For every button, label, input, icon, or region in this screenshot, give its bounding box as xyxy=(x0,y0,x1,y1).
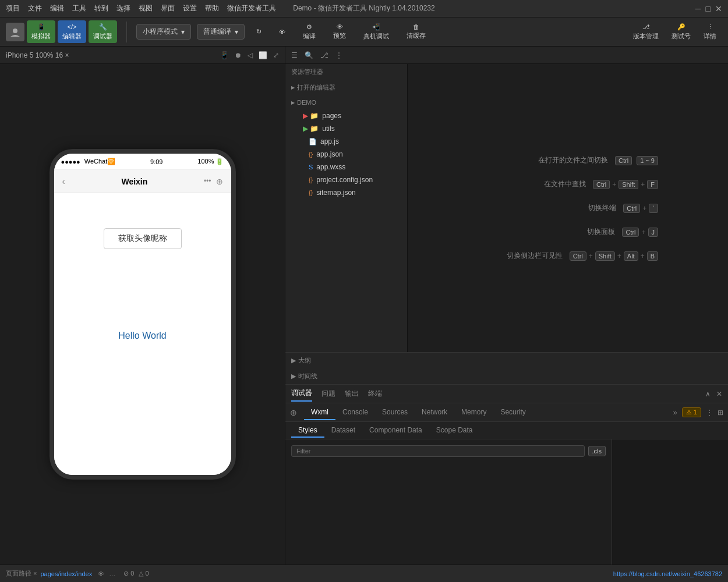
devtools-close-icon[interactable]: ✕ xyxy=(716,390,722,398)
clear-cache-button[interactable]: 🗑 清缓存 xyxy=(401,21,432,42)
refresh-button[interactable]: ↻ xyxy=(250,26,267,38)
resource-and-editor: 资源管理器 ▶ 打开的编辑器 ▶ DEMO ▶ 📁 pages xyxy=(285,64,728,352)
inspector-left: .cls xyxy=(285,439,612,565)
menu-project[interactable]: 项目 xyxy=(6,3,20,13)
appjs-icon: 📄 xyxy=(309,138,317,146)
test-icon: 🔑 xyxy=(677,23,685,31)
compile-button[interactable]: ⚙ 编译 xyxy=(297,21,321,43)
phone-status-bar: ●●●●● WeChat🛜 9:09 100% 🔋 xyxy=(54,154,231,170)
dt-tab-wxml[interactable]: Wxml xyxy=(304,405,335,420)
simulator-panel: iPhone 5 100% 16 × 📱 ⏺ ◁ ⬜ ⤢ ●●●●● WeCha… xyxy=(0,47,285,565)
file-item-appwxss[interactable]: S app.wxss xyxy=(285,161,407,173)
file-item-appjs[interactable]: 📄 app.js xyxy=(285,135,407,148)
shortcut-label-2: 切换终端 xyxy=(588,203,616,213)
dt-tab-sources[interactable]: Sources xyxy=(375,405,415,420)
filter-input[interactable] xyxy=(291,445,585,457)
dt-tab-memory[interactable]: Memory xyxy=(454,405,493,420)
appjs-label: app.js xyxy=(320,137,339,146)
close-button[interactable]: ✕ xyxy=(715,4,722,13)
devtools-cursor-icon[interactable]: ⊕ xyxy=(290,408,297,417)
home-icon[interactable]: ⬜ xyxy=(259,51,267,59)
ip-tab-dataset[interactable]: Dataset xyxy=(324,424,362,438)
window-controls: ─ □ ✕ xyxy=(695,4,722,13)
maximize-button[interactable]: □ xyxy=(706,4,711,13)
ip-tab-scope-data[interactable]: Scope Data xyxy=(429,424,480,438)
editor-git-icon[interactable]: ⎇ xyxy=(320,51,328,59)
cls-button[interactable]: .cls xyxy=(588,446,606,456)
preview-button[interactable]: 👁 预览 xyxy=(327,21,352,42)
file-item-appjson[interactable]: {} app.json xyxy=(285,148,407,161)
projectconfig-icon: {} xyxy=(309,176,313,183)
eye-icon: 👁 xyxy=(279,29,285,36)
devtools-collapse-icon[interactable]: ∧ xyxy=(705,390,711,398)
dt-tab-console[interactable]: Console xyxy=(335,405,375,420)
get-avatar-button[interactable]: 获取头像昵称 xyxy=(104,228,182,249)
menu-edit[interactable]: 编辑 xyxy=(50,3,64,13)
shortcut-row-2: 切换终端 Ctrl + ` xyxy=(588,203,658,213)
devtools-header: 调试器 问题 输出 终端 ∧ ✕ xyxy=(285,385,728,403)
editor-extra-icon[interactable]: ⋮ xyxy=(335,51,342,59)
menu-settings[interactable]: 设置 xyxy=(183,3,197,13)
file-item-pages[interactable]: ▶ 📁 pages xyxy=(285,109,407,122)
devtools-tab-issues[interactable]: 问题 xyxy=(321,386,335,401)
hamburger-icon[interactable]: ☰ xyxy=(291,51,298,59)
dt-grid-icon[interactable]: ⊞ xyxy=(718,409,723,417)
phone-back-icon[interactable]: ‹ xyxy=(62,176,65,187)
debugger-button[interactable]: 🔧 调试器 xyxy=(89,20,117,43)
shortcut-row-0: 在打开的文件之间切换 Ctrl 1 ~ 9 xyxy=(538,155,658,165)
outline-section[interactable]: ▶ 大纲 xyxy=(285,353,728,368)
status-page-path-link[interactable]: pages/index/index xyxy=(40,570,92,577)
dt-tab-security[interactable]: Security xyxy=(493,405,532,420)
open-editors-arrow: ▶ xyxy=(291,85,295,90)
menu-select[interactable]: 选择 xyxy=(116,3,130,13)
file-item-projectconfig[interactable]: {} project.config.json xyxy=(285,173,407,186)
phone-more-icon[interactable]: ••• xyxy=(204,177,211,186)
devtools-tab-debugger[interactable]: 调试器 xyxy=(291,386,312,402)
details-button[interactable]: ⋮ 详情 xyxy=(698,21,722,43)
record-icon[interactable]: ⏺ xyxy=(235,51,242,59)
menu-wechat[interactable]: 微信开发者工具 xyxy=(227,3,276,13)
open-editors-header[interactable]: ▶ 打开的编辑器 xyxy=(285,80,407,95)
status-url[interactable]: https://blog.csdn.net/weixin_46263782 xyxy=(613,570,722,577)
phone-icon[interactable]: 📱 xyxy=(220,51,229,59)
menu-file[interactable]: 文件 xyxy=(28,3,42,13)
dt-more-tabs[interactable]: » xyxy=(673,408,677,417)
demo-header[interactable]: ▶ DEMO xyxy=(285,95,407,109)
menu-help[interactable]: 帮助 xyxy=(205,3,219,13)
back-icon[interactable]: ◁ xyxy=(248,51,253,59)
editor-search-icon[interactable]: 🔍 xyxy=(305,51,313,59)
test-num-button[interactable]: 🔑 测试号 xyxy=(666,21,697,43)
menu-tools[interactable]: 工具 xyxy=(72,3,86,13)
timeline-section[interactable]: ▶ 时间线 xyxy=(285,368,728,384)
simulator-button[interactable]: 📱 模拟器 xyxy=(27,20,55,43)
dt-tab-network[interactable]: Network xyxy=(415,405,454,420)
file-item-sitemap[interactable]: {} sitemap.json xyxy=(285,186,407,199)
preview-icon-btn[interactable]: 👁 xyxy=(273,26,291,38)
devtools-tab-terminal[interactable]: 终端 xyxy=(368,386,382,401)
timeline-arrow: ▶ xyxy=(291,372,296,380)
editor-button[interactable]: </> 编辑器 xyxy=(58,20,86,43)
ip-tab-styles[interactable]: Styles xyxy=(291,424,324,438)
minimize-button[interactable]: ─ xyxy=(695,4,701,13)
rotate-icon[interactable]: ⤢ xyxy=(273,51,279,59)
version-mgmt-button[interactable]: ⎇ 版本管理 xyxy=(627,21,665,43)
mode-selector[interactable]: 小程序模式 ▾ xyxy=(136,24,191,40)
details-icon: ⋮ xyxy=(707,23,713,31)
dt-options-icon[interactable]: ⋮ xyxy=(706,409,713,417)
menu-view[interactable]: 视图 xyxy=(139,3,153,13)
status-icons: 👁 … xyxy=(98,570,115,577)
appwxss-label: app.wxss xyxy=(316,163,345,171)
file-item-utils[interactable]: ▶ 📁 utils xyxy=(285,122,407,135)
phone-search-icon[interactable]: ⊕ xyxy=(216,177,223,186)
menu-goto[interactable]: 转到 xyxy=(94,3,108,13)
menu-ui[interactable]: 界面 xyxy=(161,3,175,13)
title-bar: 项目 文件 编辑 工具 转到 选择 视图 界面 设置 帮助 微信开发者工具 De… xyxy=(0,0,728,17)
toolbar-sep-1 xyxy=(126,22,127,42)
real-machine-button[interactable]: 📲 真机调试 xyxy=(358,21,395,43)
status-eye-icon[interactable]: 👁 xyxy=(98,570,104,577)
ip-tab-component-data[interactable]: Component Data xyxy=(362,424,429,438)
status-more-icon[interactable]: … xyxy=(109,570,115,577)
devtools-left-icons: ⊕ xyxy=(290,408,299,417)
compile-selector[interactable]: 普通编译 ▾ xyxy=(197,24,245,40)
devtools-tab-output[interactable]: 输出 xyxy=(345,386,359,401)
